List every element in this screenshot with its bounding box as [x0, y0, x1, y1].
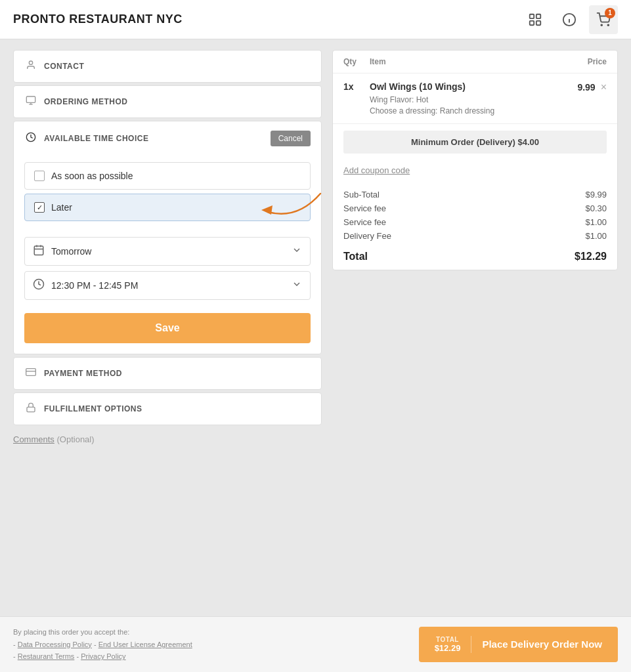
info-icon-btn[interactable]: [555, 5, 584, 34]
fulfillment-icon: [24, 402, 37, 415]
fulfillment-section: FULFILLMENT OPTIONS: [13, 392, 322, 425]
svg-rect-2: [530, 20, 534, 24]
summary-label-3: Delivery Fee: [343, 231, 391, 241]
restaurant-terms-link[interactable]: Restaurant Terms: [18, 652, 75, 660]
right-panel: Qty Item Price 1x Owl Wings (10 Wings) 9…: [332, 50, 618, 447]
svg-rect-0: [530, 14, 534, 18]
summary-label-2: Service fee: [343, 217, 386, 227]
summary-value-3: $1.00: [585, 231, 607, 241]
time-choice-left: AVAILABLE TIME CHOICE: [24, 132, 148, 145]
contact-section: CONTACT: [13, 50, 322, 83]
total-label: Total: [343, 251, 368, 262]
summary-row-2: Service fee $1.00: [343, 215, 607, 229]
min-order-banner: Minimum Order (Delivery) $4.00: [343, 131, 607, 154]
payment-method-header[interactable]: PAYMENT METHOD: [14, 358, 321, 389]
menu-icon-btn[interactable]: [521, 5, 550, 34]
left-panel: CONTACT ORDERING METHOD AVAILABLE TIME C…: [13, 50, 322, 447]
order-item: 1x Owl Wings (10 Wings) 9.99 × Wing Flav…: [333, 74, 617, 124]
order-card: Qty Item Price 1x Owl Wings (10 Wings) 9…: [332, 50, 618, 270]
comments-optional: (Optional): [56, 434, 94, 444]
payment-method-title: PAYMENT METHOD: [44, 369, 122, 378]
time-selector[interactable]: 12:30 PM - 12:45 PM: [24, 271, 311, 300]
info-icon: [562, 12, 577, 27]
time-choice-title: AVAILABLE TIME CHOICE: [44, 134, 148, 143]
col-qty-header: Qty: [343, 57, 370, 66]
place-order-total-value: $12.29: [435, 643, 461, 653]
time-chevron-icon: [292, 279, 302, 292]
footer-text: By placing this order you accept the:: [13, 628, 129, 636]
item-price-value: 9.99: [577, 82, 595, 93]
place-order-label: Place Delivery Order Now: [482, 639, 602, 650]
menu-icon: [528, 12, 542, 27]
svg-rect-3: [536, 20, 540, 24]
item-detail-2: Choose a dressing: Ranch dressing: [370, 106, 607, 116]
data-processing-link[interactable]: Data Processing Policy: [18, 640, 92, 648]
ordering-method-header[interactable]: ORDERING METHOD: [14, 86, 321, 117]
contact-title: CONTACT: [44, 62, 84, 71]
ordering-method-icon: [24, 95, 37, 108]
fulfillment-header[interactable]: FULFILLMENT OPTIONS: [14, 393, 321, 425]
summary-value-1: $0.30: [585, 203, 607, 213]
asap-label: As soon as possible: [51, 171, 133, 181]
privacy-policy-link[interactable]: Privacy Policy: [81, 652, 125, 660]
later-option[interactable]: Later: [24, 194, 311, 221]
restaurant-title: PRONTO RESTAURANT NYC: [13, 12, 183, 26]
cart-icon-btn[interactable]: 1: [589, 5, 618, 34]
later-checkbox[interactable]: [34, 202, 45, 213]
time-icon: [33, 278, 45, 293]
summary-value-0: $9.99: [585, 190, 607, 200]
coupon-container: Add coupon code: [333, 160, 617, 182]
place-order-button[interactable]: TOTAL $12.29 Place Delivery Order Now: [419, 627, 618, 662]
svg-rect-20: [26, 369, 36, 376]
footer: By placing this order you accept the: - …: [0, 616, 631, 672]
svg-point-9: [29, 61, 32, 64]
cart-badge: 1: [605, 8, 615, 18]
fulfillment-title: FULFILLMENT OPTIONS: [44, 404, 142, 413]
col-price-header: Price: [561, 57, 607, 66]
save-button[interactable]: Save: [24, 313, 311, 343]
date-chevron-icon: [292, 245, 302, 258]
ordering-method-title: ORDERING METHOD: [44, 97, 128, 106]
place-order-inner: TOTAL $12.29 Place Delivery Order Now: [435, 636, 602, 653]
save-btn-container: Save: [14, 305, 321, 354]
clock-icon: [24, 132, 37, 145]
calendar-icon: [33, 244, 45, 259]
svg-rect-10: [26, 96, 35, 102]
main-container: CONTACT ORDERING METHOD AVAILABLE TIME C…: [0, 39, 631, 457]
eula-link[interactable]: End User License Agreement: [98, 640, 192, 648]
svg-rect-1: [536, 14, 540, 18]
later-option-container: Later: [24, 194, 311, 221]
svg-point-8: [607, 24, 609, 26]
summary-row-3: Delivery Fee $1.00: [343, 229, 607, 243]
remove-item-button[interactable]: ×: [601, 81, 607, 93]
comments-container: Comments (Optional): [13, 432, 322, 447]
later-label: Later: [51, 202, 72, 213]
coupon-link[interactable]: Add coupon code: [343, 165, 410, 175]
svg-rect-15: [34, 246, 43, 255]
summary-table: Sub-Total $9.99 Service fee $0.30 Servic…: [333, 182, 617, 270]
order-header: Qty Item Price: [333, 51, 617, 74]
summary-row-1: Service fee $0.30: [343, 201, 607, 215]
contact-header[interactable]: CONTACT: [14, 51, 321, 82]
footer-links: By placing this order you accept the: - …: [13, 626, 192, 663]
payment-icon: [24, 367, 37, 380]
payment-method-section: PAYMENT METHOD: [13, 357, 322, 390]
total-value: $12.29: [575, 251, 607, 262]
asap-option[interactable]: As soon as possible: [24, 162, 311, 190]
item-price: 9.99 ×: [561, 81, 607, 93]
place-order-total-block: TOTAL $12.29: [435, 636, 472, 653]
item-name: Owl Wings (10 Wings): [370, 81, 561, 92]
asap-checkbox[interactable]: [34, 171, 45, 181]
total-row: Total $12.29: [343, 245, 607, 264]
cancel-button[interactable]: Cancel: [271, 131, 311, 146]
svg-point-7: [601, 24, 602, 26]
summary-label-1: Service fee: [343, 203, 386, 213]
date-selector[interactable]: Tomorrow: [24, 237, 311, 266]
contact-icon: [24, 60, 37, 73]
item-detail-1: Wing Flavor: Hot: [370, 95, 607, 104]
summary-value-2: $1.00: [585, 217, 607, 227]
time-choice-section: AVAILABLE TIME CHOICE Cancel As soon as …: [13, 121, 322, 354]
time-options: As soon as possible Later: [14, 156, 321, 232]
comments-link[interactable]: Comments: [13, 434, 54, 444]
header: PRONTO RESTAURANT NYC 1: [0, 0, 631, 39]
